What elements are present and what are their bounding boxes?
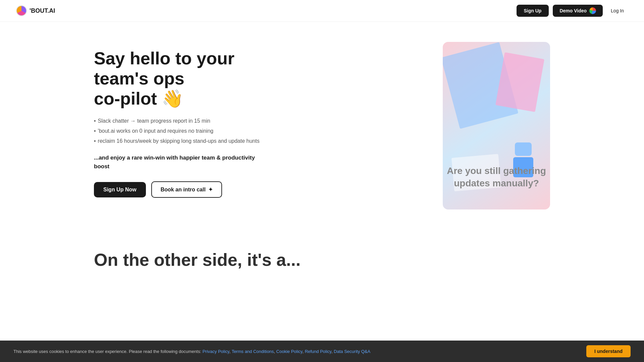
hero-title: Say hello to your team's ops co-pilot 👋 xyxy=(94,49,268,109)
section-peek: On the other side, it's a... xyxy=(0,250,644,283)
hero-title-line3: co-pilot xyxy=(94,89,157,108)
bullet-3: reclaim 16 hours/week by skipping long s… xyxy=(94,138,268,144)
hero-section: Say hello to your team's ops co-pilot 👋 … xyxy=(0,22,644,250)
bullet-1: Slack chatter → team progress report in … xyxy=(94,118,268,124)
nav-signup-button[interactable]: Sign Up xyxy=(517,5,549,17)
hero-title-line2: team's ops xyxy=(94,69,184,88)
card-text: Are you still gathering updates manually… xyxy=(443,165,550,189)
logo-text: 'BOUT.AI xyxy=(30,7,55,14)
demo-button-label: Demo Video xyxy=(559,8,587,13)
demo-icon xyxy=(589,7,596,14)
wave-emoji: 👋 xyxy=(162,89,183,108)
hero-card: Are you still gathering updates manually… xyxy=(443,42,550,209)
hero-signup-button[interactable]: Sign Up Now xyxy=(94,182,146,197)
nav-actions: Sign Up Demo Video Log In xyxy=(517,5,628,17)
hero-title-line1: Say hello to your xyxy=(94,49,234,68)
peek-title: On the other side, it's a... xyxy=(94,250,301,270)
robot-head xyxy=(515,142,532,156)
logo[interactable]: 'BOUT.AI xyxy=(16,5,55,16)
hero-winwin: ...and enjoy a rare win-win with happier… xyxy=(94,154,268,171)
hero-bullets: Slack chatter → team progress report in … xyxy=(94,118,268,144)
bullet-2: 'bout.ai works on 0 input and requires n… xyxy=(94,128,268,134)
hero-content: Say hello to your team's ops co-pilot 👋 … xyxy=(94,42,268,198)
hero-image: Are you still gathering updates manually… xyxy=(443,42,550,209)
intro-button-label: Book an intro call xyxy=(161,187,206,193)
navbar: 'BOUT.AI Sign Up Demo Video Log In xyxy=(0,0,644,22)
hero-intro-button[interactable]: Book an intro call ✦ xyxy=(151,181,222,198)
nav-login-button[interactable]: Log In xyxy=(607,5,628,16)
intro-icon: ✦ xyxy=(208,186,213,193)
hero-actions: Sign Up Now Book an intro call ✦ xyxy=(94,181,268,198)
nav-demo-button[interactable]: Demo Video xyxy=(553,5,603,17)
logo-icon xyxy=(16,5,27,16)
